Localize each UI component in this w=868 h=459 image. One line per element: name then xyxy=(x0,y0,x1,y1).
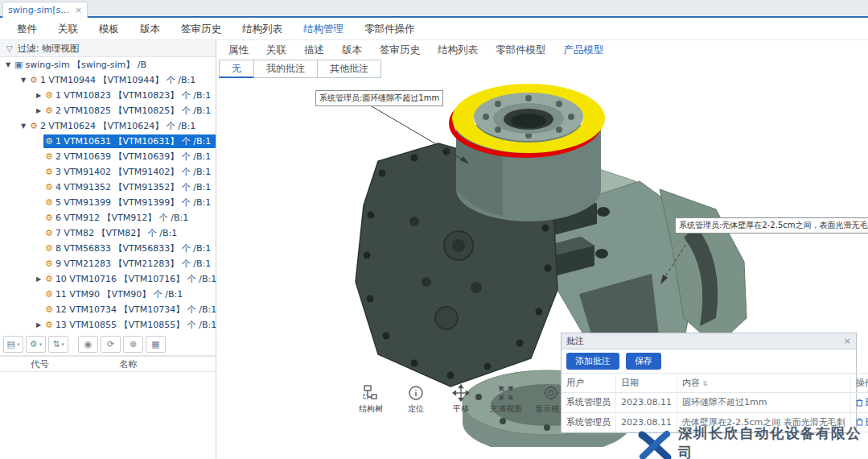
menu-item-5[interactable]: 结构列表 xyxy=(232,23,293,36)
menu-item-1[interactable]: 关联 xyxy=(47,23,88,36)
dropdown-caret-icon: ▾ xyxy=(17,341,20,348)
detail-tab-0[interactable]: 属性 xyxy=(220,43,257,57)
menu-item-2[interactable]: 模板 xyxy=(88,23,130,36)
pan-icon xyxy=(442,384,479,402)
view-mode-dropdown-icon: ▤ xyxy=(7,339,15,349)
tree-item[interactable]: ⚙1 VTM10631 【VTM10631】 个 /B:1 xyxy=(0,134,216,149)
annotation-panel: 批注 × 添加批注 保存 用户 日期 内容⇅ 操作 系统管理员 2023.08.… xyxy=(561,333,857,433)
detail-tab-3[interactable]: 版本 xyxy=(333,43,371,57)
tree-item-label: 8 VTM56833 【VTM56833】 个 /B:1 xyxy=(56,242,211,254)
save-annotation-button[interactable]: 保存 xyxy=(626,353,661,370)
bom-column-code: 代号 xyxy=(31,358,119,370)
fit-view-icon xyxy=(487,384,525,402)
detail-tab-1[interactable]: 关联 xyxy=(257,43,295,57)
tree-item[interactable]: ⚙3 VTM91402 【VTM91402】 个 /B:1 xyxy=(0,164,216,180)
annotation-callout[interactable]: 系统管理员:圆环缝隙不超过1mm xyxy=(315,90,443,106)
tree-item[interactable]: ▶⚙13 VTM10855 【VTM10855】 个 /B:1 xyxy=(0,317,216,333)
detail-tab-2[interactable]: 描述 xyxy=(295,43,333,57)
settings-dropdown[interactable]: ⚙▾ xyxy=(26,336,46,353)
app-window: swing-sim[swi... × 整件关联模板版本签审历史结构列表结构管理零… xyxy=(0,0,868,459)
company-logo: 深圳长欣自动化设备有限公司 SHENZHEN CHANGXIN AUTOMATI… xyxy=(638,424,868,459)
tree-item[interactable]: ⚙11 VTM90 【VTM90】 个 /B:1 xyxy=(0,287,216,302)
expand-toggle-icon[interactable]: ▶ xyxy=(34,321,43,329)
tree-item-label: 2 VTM10624 【VTM10624】 个 /B:1 xyxy=(40,120,195,132)
clear-button[interactable]: ⊗ xyxy=(123,336,143,353)
filter-label: 过滤: 物理视图 xyxy=(18,43,80,55)
structure-tree: ▼▣swing-sim 【swing-sim】 /B▼⚙1 VTM10944 【… xyxy=(0,57,216,333)
annotation-panel-titlebar[interactable]: 批注 × xyxy=(562,333,856,349)
add-annotation-button[interactable]: 添加批注 xyxy=(566,353,619,370)
tree-item-label: 1 VTM10823 【VTM10823】 个 /B:1 xyxy=(56,89,211,101)
clear-button-icon: ⊗ xyxy=(130,339,137,349)
close-icon[interactable]: × xyxy=(844,336,851,346)
tree-item[interactable]: ▶⚙1 VTM10823 【VTM10823】 个 /B:1 xyxy=(0,88,216,103)
filter-row[interactable]: ▽ 过滤: 物理视图 xyxy=(0,40,216,57)
locate-button[interactable]: ◉ xyxy=(78,336,98,353)
annotation-filter-tab-1[interactable]: 我的批注 xyxy=(253,60,318,78)
tree-item[interactable]: ⚙6 VTM912 【VTM912】 个 /B:1 xyxy=(0,210,216,225)
detail-tab-5[interactable]: 结构列表 xyxy=(429,43,487,57)
tree-item[interactable]: ⚙12 VTM10734 【VTM10734】 个 /B:1 xyxy=(0,302,216,317)
annotation-filter-tab-2[interactable]: 其他批注 xyxy=(317,60,381,78)
annotation-filter-tab-0[interactable]: 无 xyxy=(219,60,254,78)
menu-item-0[interactable]: 整件 xyxy=(6,23,47,36)
dropdown-caret-icon: ▾ xyxy=(61,341,64,348)
tree-item-label: 2 VTM10639 【VTM10639】 个 /B:1 xyxy=(56,151,211,163)
menu-item-3[interactable]: 版本 xyxy=(130,23,171,36)
tree-item[interactable]: ⚙7 VTM82 【VTM82】 个 /B:1 xyxy=(0,225,216,241)
tree-item[interactable]: ⚙8 VTM56833 【VTM56833】 个 /B:1 xyxy=(0,241,216,256)
tree-item[interactable]: ▶⚙10 VTM10716 【VTM10716】 个 /B:1 xyxy=(0,271,216,287)
annotation-user: 系统管理员 xyxy=(562,412,616,432)
tree-item[interactable]: ▼▣swing-sim 【swing-sim】 /B xyxy=(0,57,216,72)
tree-item[interactable]: ⚙5 VTM91399 【VTM91399】 个 /B:1 xyxy=(0,195,216,210)
part-icon: ⚙ xyxy=(45,320,53,330)
viewer-tool-label: 结构树 xyxy=(352,403,389,415)
tree-item-label: 9 VTM21283 【VTM21283】 个 /B:1 xyxy=(56,258,211,270)
tree-item[interactable]: ⚙9 VTM21283 【VTM21283】 个 /B:1 xyxy=(0,256,216,271)
document-tabstrip: swing-sim[swi... × xyxy=(0,0,868,18)
part-icon: ⚙ xyxy=(45,105,53,116)
annotation-filter-tabs: 无我的批注其他批注 xyxy=(219,60,381,78)
detail-tab-4[interactable]: 签审历史 xyxy=(371,43,429,57)
expand-toggle-icon[interactable]: ▶ xyxy=(34,275,43,283)
expand-toggle-icon[interactable]: ▶ xyxy=(34,92,43,99)
tree-item-label: 1 VTM10631 【VTM10631】 个 /B:1 xyxy=(56,135,211,147)
annotation-content: 圆环缝隙不超过1mm xyxy=(677,393,850,413)
annotation-col-content[interactable]: 内容⇅ xyxy=(677,374,850,393)
menu-item-7[interactable]: 零部件操作 xyxy=(354,23,426,36)
menu-item-4[interactable]: 签审历史 xyxy=(171,23,232,36)
detail-tab-7[interactable]: 产品模型 xyxy=(555,43,613,57)
tree-item[interactable]: ▶⚙2 VTM10825 【VTM10825】 个 /B:1 xyxy=(0,103,216,118)
structure-tree-button[interactable]: 结构树 xyxy=(352,384,389,415)
pan-button[interactable]: 平移 xyxy=(442,384,479,415)
annotation-callout[interactable]: 系统管理员:壳体壁厚在2-2.5cm之间，表面光滑无毛刺 xyxy=(675,217,868,234)
part-icon: ⚙ xyxy=(30,75,38,85)
delete-annotation-button[interactable]: 删除 xyxy=(856,396,868,408)
tree-item-label: 6 VTM912 【VTM912】 个 /B:1 xyxy=(56,212,188,224)
expand-toggle-icon[interactable]: ▼ xyxy=(3,61,13,68)
tree-item-label: 4 VTM91352 【VTM91352】 个 /B:1 xyxy=(56,181,211,193)
document-tab[interactable]: swing-sim[swi... × xyxy=(2,2,88,18)
tree-item[interactable]: ⚙4 VTM91352 【VTM91352】 个 /B:1 xyxy=(0,180,216,195)
detail-tab-6[interactable]: 零部件模型 xyxy=(487,43,555,57)
annotation-panel-title: 批注 xyxy=(566,335,584,347)
expand-toggle-icon[interactable]: ▶ xyxy=(34,107,43,114)
fit-view-button[interactable]: 充满视图 xyxy=(487,384,525,415)
tree-item-label: 7 VTM82 【VTM82】 个 /B:1 xyxy=(56,227,177,239)
close-icon[interactable]: × xyxy=(76,6,82,14)
report-button[interactable]: ▦ xyxy=(146,336,166,353)
tree-item[interactable]: ⚙2 VTM10639 【VTM10639】 个 /B:1 xyxy=(0,149,216,164)
expand-toggle-icon[interactable]: ▼ xyxy=(19,76,28,84)
locate-button[interactable]: 定位 xyxy=(397,384,434,415)
sort-dropdown[interactable]: ⇅▾ xyxy=(48,336,68,353)
refresh-button[interactable]: ⟳ xyxy=(101,336,121,353)
sort-icon[interactable]: ⇅ xyxy=(702,380,708,387)
view-mode-dropdown[interactable]: ▤▾ xyxy=(3,336,23,353)
tree-item[interactable]: ▼⚙2 VTM10624 【VTM10624】 个 /B:1 xyxy=(0,118,216,134)
tree-item[interactable]: ▼⚙1 VTM10944 【VTM10944】 个 /B:1 xyxy=(0,72,216,88)
tree-toolbar: ▤▾⚙▾⇅▾◉⟳⊗▦ xyxy=(0,333,216,356)
expand-toggle-icon[interactable]: ▼ xyxy=(19,122,28,130)
tree-item-label: 13 VTM10855 【VTM10855】 个 /B:1 xyxy=(56,319,216,331)
viewer-tool-label: 充满视图 xyxy=(487,403,525,415)
menu-item-6[interactable]: 结构管理 xyxy=(293,23,354,36)
